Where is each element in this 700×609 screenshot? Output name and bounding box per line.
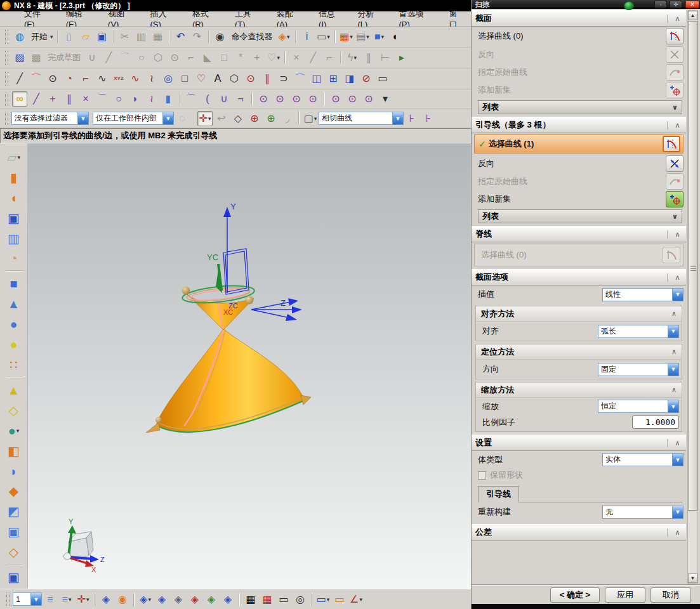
rotate-object-button[interactable]: ◉ [115,592,130,607]
surface-finder-button[interactable]: ◈▾ [277,29,292,44]
guides-list-bar[interactable]: 列表 ∨ [478,209,682,223]
section-header-settings[interactable]: 设置 ∧ [472,435,686,451]
apply-button[interactable]: 应用 [605,587,645,603]
selection-filter-combo[interactable]: 没有选择过滤器 ▼ [11,112,89,125]
boolean-unite-button[interactable]: ●▾ [4,421,23,440]
cross-section-select-row[interactable]: 选择曲线 (0) [472,27,686,46]
select-curve-icon[interactable] [663,136,680,152]
circle-button[interactable]: ⊙ [45,71,60,86]
interpolation-combo[interactable]: 线性 ▼ [602,288,683,301]
sphere-button[interactable]: ● [4,335,23,354]
section-header-cross-section[interactable]: 截面 ∧ [472,10,686,27]
revolve-button[interactable]: ◖ [4,188,23,207]
move-object-button[interactable]: ◈ [98,592,114,607]
invert-show-button[interactable]: ◈ [220,592,235,607]
arc-segment-1-button[interactable]: ⌒ [183,91,199,107]
circle-variant-1-button[interactable]: ⊙ [256,91,271,107]
alignment-combo[interactable]: 弧长 ▼ [598,325,679,338]
show-button[interactable]: ◈ [154,592,169,607]
tab-guides[interactable]: 引导线 [478,486,519,502]
show-pair-button[interactable]: ◈ [204,592,219,607]
chevron-down-icon[interactable]: ▼ [392,112,403,124]
circle-variant-2-button[interactable]: ⊙ [272,91,287,107]
alignment-group-header[interactable]: 对齐方法 ∧ [476,306,682,322]
display-cube-button[interactable]: ■▾ [372,29,387,44]
visualization-button[interactable]: ▤▾ [355,29,371,44]
line-button[interactable]: ╱ [12,71,27,86]
combined-projection-button[interactable]: ⊞ [326,71,341,86]
cancel-button[interactable]: 取消 [650,587,691,603]
redo-button[interactable]: ↷ [190,29,205,44]
spline-points-button[interactable]: ∿ [128,71,143,86]
bridge-curve-button[interactable]: ⌒ [293,71,308,86]
layer-settings-button[interactable]: ≡ [43,592,58,607]
law-curve-button[interactable]: XYZ [111,71,126,86]
project-curve-button[interactable]: ◫ [309,71,324,86]
scale-factor-input[interactable]: 1.0000 [632,416,679,429]
menu-assembly[interactable]: 装配(A) [270,11,310,27]
chevron-down-icon[interactable]: ▼ [77,112,88,124]
snap-cube-button[interactable]: ◇ [230,111,246,126]
general-shape-button[interactable]: ♡ [194,71,209,86]
offset-3d-button[interactable]: ⊃ [276,71,291,86]
cylinder-button[interactable]: ● [4,315,23,334]
cross-section-list-bar[interactable]: 列表 ∨ [478,100,682,114]
chain-link-button[interactable]: ∞ [12,91,27,107]
dialog-close-button[interactable]: ✕ [685,1,699,8]
conic-button[interactable]: ◗ [128,91,143,107]
scroll-up-icon[interactable]: ▲ [688,11,697,20]
dialog-scrollbar[interactable]: ▲ ▼ [687,10,698,584]
menu-view[interactable]: 视图(V) [101,11,142,27]
stop-at-intersection-button[interactable]: ⊦ [404,111,419,126]
trim-body-button[interactable]: ◗ [4,462,23,481]
section-header-guides[interactable]: 引导线（最多 3 根） ∧ [472,117,686,133]
measure-length-button[interactable]: ▭ [332,592,347,607]
expand-chevron-icon[interactable]: ∨ [672,213,678,221]
trim-sheet-button[interactable]: ◩ [4,502,23,521]
start-menu-button[interactable]: 开始▾ [29,29,54,44]
menu-info[interactable]: 信息(I) [312,11,349,27]
circle-variant-6-button[interactable]: ⊙ [345,91,360,107]
select-curve-icon[interactable] [666,28,683,44]
collapse-chevron-icon[interactable]: ∧ [667,273,682,282]
circle-variant-7-button[interactable]: ⊙ [361,91,376,107]
command-finder-icon[interactable]: ◉ [213,29,228,44]
collapse-chevron-icon[interactable]: ∧ [671,310,677,318]
guides-select-row[interactable]: ✓ 选择曲线 (1) [474,134,683,154]
datum-axes-button[interactable]: + [45,91,60,107]
edit-line-button[interactable]: ╱ [29,91,44,107]
section-curve-button[interactable]: ▭ [375,71,390,86]
menu-file[interactable]: 文件(F) [17,11,58,27]
pattern-grid-button[interactable]: ▦ [260,592,275,607]
split-body-button[interactable]: ◆ [4,482,23,501]
edit-curve-overflow-button[interactable]: ▾ [378,91,393,107]
polygon-button[interactable]: ⬡ [227,71,242,86]
datum-csys-button[interactable]: ✛▾ [76,592,91,607]
extrude-button[interactable]: ▮ [4,168,23,187]
dialog-options-button[interactable]: ✣ [670,1,682,8]
menu-tools[interactable]: 工具(T) [228,11,268,27]
move-face-button[interactable]: ◇ [4,401,23,420]
section-header-tolerance[interactable]: 公差 ∧ [472,524,686,540]
show-hide-button[interactable]: ◈▾ [138,592,153,607]
scroll-down-icon[interactable]: ▼ [688,573,697,583]
body-type-combo[interactable]: 实体 ▼ [602,453,683,466]
hide-pair-button[interactable]: ◈ [187,592,202,607]
rectangle-button[interactable]: □ [177,71,192,86]
nx-globe-icon[interactable]: ◍ [12,29,27,44]
section-header-spine[interactable]: 脊线 ∧ [472,226,686,242]
follow-fillet-button[interactable]: ⊦ [421,111,436,126]
circle-variant-4-button[interactable]: ⊙ [305,91,320,107]
pick-show-button[interactable]: ◈ [171,592,186,607]
arc-center-button[interactable]: ◔ [62,71,77,86]
chevron-down-icon[interactable]: ▼ [672,289,683,301]
add-new-set-icon[interactable] [666,191,683,207]
ok-button[interactable]: < 确定 > [550,587,600,603]
edit-spline-button[interactable]: ≀ [144,91,159,107]
menu-insert[interactable]: 插入(S) [143,11,184,27]
arc-segment-2-button[interactable]: ( [200,91,215,107]
curve-rule-combo[interactable]: 相切曲线 ▼ [319,112,404,125]
scrollbar-thumb[interactable] [688,21,697,511]
dialog-title-bar[interactable]: 扫掠 ◦ ✣ ✕ [472,0,700,9]
circle-variant-3-button[interactable]: ⊙ [289,91,304,107]
